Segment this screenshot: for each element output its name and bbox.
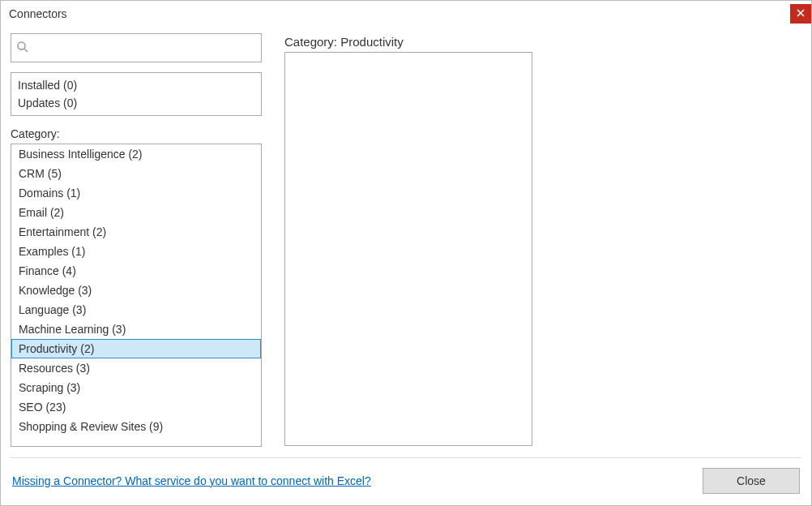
- category-section-label: Category:: [11, 127, 262, 140]
- category-item[interactable]: Shopping & Review Sites (9): [11, 417, 261, 436]
- category-item[interactable]: Business Intelligence (2): [11, 144, 261, 164]
- missing-connector-link[interactable]: Missing a Connector? What service do you…: [12, 474, 371, 487]
- close-icon: [797, 8, 805, 19]
- category-item[interactable]: Entertainment (2): [11, 222, 261, 242]
- category-item[interactable]: CRM (5): [11, 164, 261, 183]
- category-item[interactable]: Language (3): [11, 300, 261, 319]
- svg-point-0: [18, 42, 25, 49]
- content: Installed (0) Updates (0) Category: Busi…: [1, 24, 811, 457]
- close-button[interactable]: Close: [703, 468, 800, 494]
- search-icon: [16, 41, 29, 56]
- footer: Missing a Connector? What service do you…: [1, 458, 811, 505]
- titlebar: Connectors: [1, 1, 811, 24]
- category-item[interactable]: Resources (3): [11, 358, 261, 378]
- category-item[interactable]: Examples (1): [11, 242, 261, 261]
- detail-header: Category: Productivity: [284, 35, 801, 49]
- category-item[interactable]: Domains (1): [11, 183, 261, 203]
- right-column: Category: Productivity: [284, 33, 801, 457]
- installed-item[interactable]: Installed (0): [11, 76, 261, 94]
- svg-line-1: [24, 49, 28, 52]
- left-column: Installed (0) Updates (0) Category: Busi…: [11, 33, 262, 457]
- footer-separator: [11, 457, 801, 458]
- search-box[interactable]: [11, 33, 262, 62]
- category-item[interactable]: Scraping (3): [11, 378, 261, 397]
- window-title: Connectors: [9, 7, 67, 20]
- search-input[interactable]: [32, 41, 256, 55]
- category-item[interactable]: Productivity (2): [11, 339, 261, 358]
- category-list[interactable]: Business Intelligence (2)CRM (5)Domains …: [11, 144, 262, 447]
- updates-item[interactable]: Updates (0): [11, 94, 261, 112]
- category-item[interactable]: SEO (23): [11, 397, 261, 417]
- window-close-button[interactable]: [790, 4, 811, 24]
- category-item[interactable]: Email (2): [11, 203, 261, 222]
- category-item[interactable]: Finance (4): [11, 261, 261, 281]
- status-box: Installed (0) Updates (0): [11, 72, 262, 116]
- detail-box: [284, 52, 532, 446]
- category-item[interactable]: Knowledge (3): [11, 281, 261, 300]
- category-item[interactable]: Machine Learning (3): [11, 319, 261, 339]
